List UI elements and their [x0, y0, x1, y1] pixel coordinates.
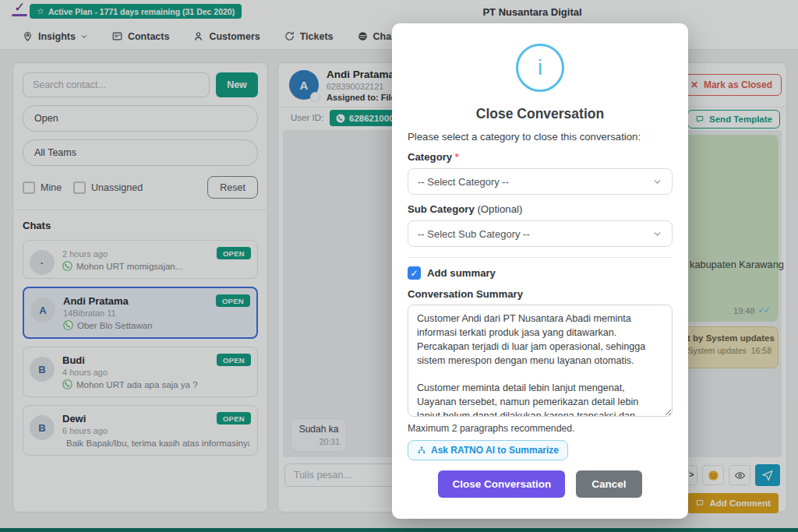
divider [408, 257, 673, 258]
conversation-summary-textarea[interactable] [408, 305, 673, 417]
ai-hierarchy-icon [417, 446, 426, 455]
close-conversation-button[interactable]: Close Conversation [438, 470, 565, 498]
summary-hint: Maximum 2 paragraphs recommended. [408, 423, 673, 434]
app-root: ✓ ☆ Active Plan - 1771 days remaining (3… [0, 0, 798, 532]
ask-ai-summarize-button[interactable]: Ask RATNO AI to Summarize [408, 440, 568, 460]
subcategory-label: Sub Category (Optional) [408, 203, 673, 215]
category-select[interactable]: -- Select Category -- [408, 168, 673, 195]
chevron-down-icon [652, 229, 662, 239]
required-asterisk: * [455, 151, 459, 163]
info-icon: i [516, 44, 564, 92]
cancel-button[interactable]: Cancel [576, 470, 641, 498]
add-summary-label: Add summary [427, 267, 496, 279]
modal-title: Close Conversation [408, 106, 673, 122]
optional-tag: (Optional) [477, 203, 522, 215]
summary-label: Conversation Summary [408, 288, 673, 300]
subcategory-select[interactable]: -- Select Sub Category -- [408, 220, 673, 247]
add-summary-checkbox[interactable]: ✓ [408, 266, 421, 280]
close-conversation-modal: i Close Conversation Please select a cat… [392, 23, 688, 519]
modal-subtitle: Please select a category to close this c… [408, 131, 673, 143]
category-label: Category * [408, 151, 673, 163]
chevron-down-icon [652, 177, 662, 187]
